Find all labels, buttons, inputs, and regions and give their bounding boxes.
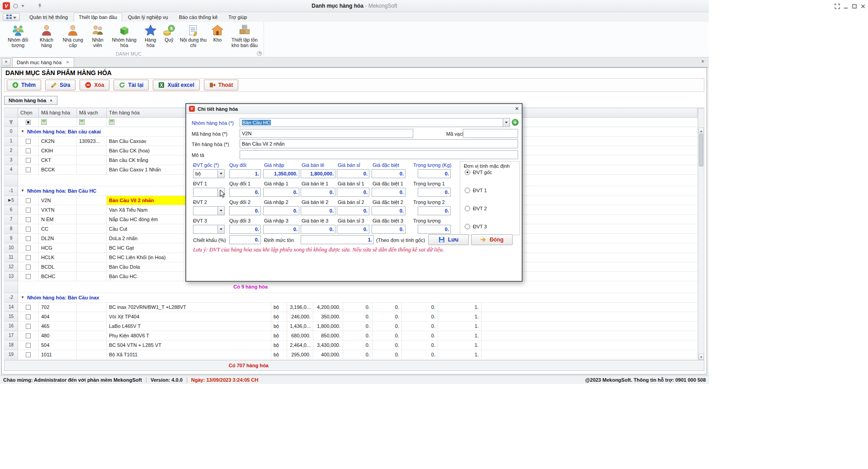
cell-chon[interactable] <box>18 205 39 215</box>
stock-norm-field[interactable]: 1. <box>301 235 374 244</box>
cell-chon[interactable] <box>18 243 39 253</box>
cell-chon[interactable] <box>18 322 39 331</box>
cell-chon[interactable] <box>18 146 39 156</box>
row-checkbox[interactable] <box>26 265 31 270</box>
product-name-input[interactable] <box>240 139 518 148</box>
table-row[interactable]: 16465LaBo L465V Tbộ1,436,0...1,800,000.0… <box>5 322 698 331</box>
close-tab-icon[interactable]: ✕ <box>66 60 70 65</box>
toolbar-button-3[interactable]: Tải lại <box>113 80 149 90</box>
radio-checked-icon[interactable] <box>465 170 470 175</box>
radio-unchecked-icon[interactable] <box>465 188 470 193</box>
cell-chon[interactable] <box>18 341 39 350</box>
cell-chon[interactable] <box>18 156 39 165</box>
ribbon-item-1[interactable]: Khách hàng <box>34 22 59 48</box>
filter-cell-mavach[interactable] <box>77 118 107 127</box>
row-checkbox[interactable] <box>26 274 31 279</box>
cell-chon[interactable] <box>18 234 39 243</box>
row-checkbox[interactable] <box>26 255 31 260</box>
toolbar-button-2[interactable]: Xóa <box>80 80 109 90</box>
fullscreen-icon[interactable] <box>835 4 840 9</box>
unit-value-3-6[interactable]: 0. <box>418 225 451 234</box>
toolbar-button-5[interactable]: Thoát <box>204 80 239 90</box>
scroll-up-button[interactable]: ▲ <box>698 128 704 133</box>
cell-chon[interactable] <box>18 272 39 281</box>
radio-unchecked-icon[interactable] <box>465 206 470 211</box>
row-checkbox[interactable] <box>26 227 31 232</box>
select-all-checkbox[interactable] <box>26 120 31 125</box>
row-checkbox[interactable] <box>26 246 31 251</box>
cell-chon[interactable] <box>18 331 39 341</box>
vertical-scrollbar[interactable]: ▲ ▼ <box>698 108 704 360</box>
row-checkbox[interactable] <box>26 305 31 310</box>
unit-value-0-3[interactable]: 1,800,000. <box>301 169 335 178</box>
radio-option-1[interactable]: ĐVT 1 <box>465 188 487 193</box>
unit-value-2-1[interactable]: 0. <box>229 206 261 215</box>
table-row[interactable]: 18504BC 504 VTN + L285 VTbộ2,464,0...3,4… <box>5 341 698 350</box>
unit-value-2-4[interactable]: 0. <box>337 206 369 215</box>
unit-value-1-3[interactable]: 0. <box>301 188 335 197</box>
cell-chon[interactable] <box>18 215 39 224</box>
row-checkbox[interactable] <box>26 333 31 338</box>
filter-editor-icon[interactable] <box>41 119 47 125</box>
unit-value-2-2[interactable]: 0. <box>263 206 299 215</box>
radio-option-3[interactable]: ĐVT 3 <box>465 224 487 229</box>
unit-combo-0[interactable]: bộ <box>193 169 225 178</box>
filter-editor-icon[interactable] <box>109 119 114 125</box>
application-menu-button[interactable] <box>3 13 20 21</box>
ribbon-tab-0[interactable]: Quản trị hệ thống <box>24 13 73 22</box>
unit-combo-2[interactable] <box>193 206 225 215</box>
cell-chon[interactable] <box>18 137 39 146</box>
toolbar-button-4[interactable]: XXuất excel <box>153 80 199 90</box>
unit-value-1-4[interactable]: 0. <box>337 188 369 197</box>
row-checkbox[interactable] <box>26 158 31 163</box>
unit-value-2-6[interactable]: 0. <box>418 206 451 215</box>
group-by-chip[interactable]: Nhóm hàng hóa ▲ <box>4 96 57 105</box>
dropdown-icon[interactable] <box>217 207 224 215</box>
product-code-input[interactable] <box>240 129 413 138</box>
unit-value-3-4[interactable]: 0. <box>337 225 369 234</box>
unit-value-0-5[interactable]: 0. <box>372 169 406 178</box>
maximize-icon[interactable] <box>852 4 857 9</box>
row-checkbox[interactable] <box>26 236 31 241</box>
dialog-close-icon[interactable]: ✕ <box>515 106 519 112</box>
radio-option-0[interactable]: ĐVT gốc <box>465 170 492 175</box>
row-checkbox[interactable] <box>26 139 31 144</box>
row-checkbox[interactable] <box>26 324 31 329</box>
ribbon-tab-3[interactable]: Báo cáo thống kê <box>174 13 223 22</box>
dropdown-icon[interactable] <box>217 170 224 178</box>
unit-value-0-6[interactable]: 0. <box>418 169 451 178</box>
ribbon-item-7[interactable]: Nội dung thu chi <box>177 22 209 48</box>
tab-danh-muc-hang-hoa[interactable]: Danh mục hàng hóa ✕ <box>12 57 74 67</box>
unit-combo-1[interactable] <box>193 188 225 197</box>
unit-combo-3[interactable] <box>193 225 225 234</box>
scroll-down-button[interactable]: ▼ <box>698 354 704 360</box>
group-combo[interactable]: Bàn Cầu HC <box>240 118 510 127</box>
filter-editor-icon[interactable] <box>79 119 85 125</box>
ribbon-item-4[interactable]: Nhóm hàng hóa <box>108 22 140 48</box>
unit-value-3-5[interactable]: 0. <box>372 225 406 234</box>
ribbon-item-9[interactable]: Thiết lập tồn kho ban đầu <box>226 22 264 48</box>
collapse-icon[interactable]: ▼ <box>21 293 24 302</box>
toolbar-button-1[interactable]: Sửa <box>45 80 75 90</box>
unit-value-2-5[interactable]: 0. <box>372 206 406 215</box>
scrollbar-thumb[interactable] <box>699 134 703 166</box>
unit-value-3-3[interactable]: 0. <box>301 225 335 234</box>
add-group-button[interactable]: + <box>512 119 519 126</box>
toolbar-button-0[interactable]: Thêm <box>7 80 41 90</box>
unit-value-2-3[interactable]: 0. <box>301 206 335 215</box>
table-row[interactable]: 17480Phụ Kiện 480V6 Tbộ680,000.850,000.0… <box>5 331 698 341</box>
ribbon-tab-2[interactable]: Quản lý nghiệp vụ <box>123 13 173 22</box>
cell-chon[interactable] <box>18 253 39 262</box>
column-header-mavach[interactable]: Mã vạch <box>77 108 107 118</box>
dropdown-icon[interactable] <box>217 225 224 233</box>
collapse-icon[interactable]: ▼ <box>21 127 24 136</box>
row-checkbox[interactable] <box>26 352 31 357</box>
description-input[interactable] <box>240 150 518 159</box>
radio-option-2[interactable]: ĐVT 2 <box>465 206 487 211</box>
unit-value-3-2[interactable]: 0. <box>263 225 299 234</box>
cell-chon[interactable] <box>18 165 39 175</box>
dropdown-icon[interactable] <box>217 188 224 196</box>
group-launcher-icon[interactable] <box>257 51 262 56</box>
cell-chon[interactable] <box>18 303 39 312</box>
unit-value-0-1[interactable]: 1. <box>229 169 261 178</box>
